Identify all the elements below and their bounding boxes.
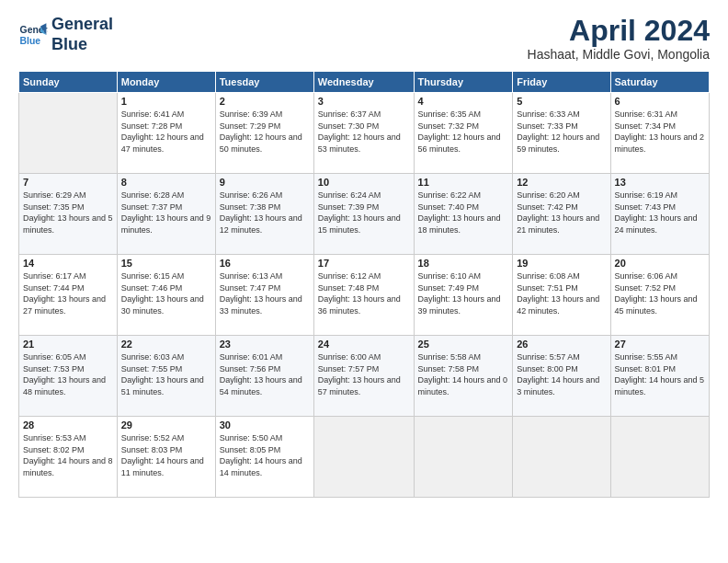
table-row: 8 Sunrise: 6:28 AMSunset: 7:37 PMDayligh… xyxy=(117,174,215,255)
title-area: April 2024 Hashaat, Middle Govi, Mongoli… xyxy=(528,15,710,62)
calendar-week-row: 21 Sunrise: 6:05 AMSunset: 7:53 PMDaylig… xyxy=(19,336,710,417)
col-thursday: Thursday xyxy=(414,72,513,93)
day-number: 27 xyxy=(615,339,705,350)
day-info: Sunrise: 5:57 AMSunset: 8:00 PMDaylight:… xyxy=(517,351,606,397)
day-number: 25 xyxy=(418,339,509,350)
table-row: 10 Sunrise: 6:24 AMSunset: 7:39 PMDaylig… xyxy=(313,174,414,255)
day-info: Sunrise: 6:19 AMSunset: 7:43 PMDaylight:… xyxy=(615,190,705,236)
day-info: Sunrise: 5:50 AMSunset: 8:05 PMDaylight:… xyxy=(220,432,310,478)
day-number: 30 xyxy=(220,419,310,431)
table-row: 27 Sunrise: 5:55 AMSunset: 8:01 PMDaylig… xyxy=(610,336,709,417)
col-sunday: Sunday xyxy=(19,72,118,93)
day-info: Sunrise: 6:37 AMSunset: 7:30 PMDaylight:… xyxy=(318,109,410,155)
calendar-week-row: 1 Sunrise: 6:41 AMSunset: 7:28 PMDayligh… xyxy=(19,93,710,174)
table-row: 23 Sunrise: 6:01 AMSunset: 7:56 PMDaylig… xyxy=(215,336,313,417)
header: General Blue General Blue April 2024 Has… xyxy=(18,15,710,62)
day-info: Sunrise: 6:01 AMSunset: 7:56 PMDaylight:… xyxy=(220,351,310,397)
day-number: 16 xyxy=(220,258,310,269)
calendar-week-row: 28 Sunrise: 5:53 AMSunset: 8:02 PMDaylig… xyxy=(19,417,710,498)
day-info: Sunrise: 6:33 AMSunset: 7:33 PMDaylight:… xyxy=(517,109,606,155)
table-row xyxy=(414,417,513,498)
day-info: Sunrise: 6:06 AMSunset: 7:52 PMDaylight:… xyxy=(615,270,705,316)
day-number: 1 xyxy=(121,96,211,107)
day-number: 12 xyxy=(517,177,606,188)
day-info: Sunrise: 5:52 AMSunset: 8:03 PMDaylight:… xyxy=(121,432,211,478)
day-number: 5 xyxy=(517,96,606,107)
table-row xyxy=(313,417,414,498)
day-number: 6 xyxy=(615,96,705,107)
day-number: 3 xyxy=(318,96,410,107)
day-info: Sunrise: 6:00 AMSunset: 7:57 PMDaylight:… xyxy=(318,351,410,397)
day-number: 13 xyxy=(615,177,705,188)
table-row: 16 Sunrise: 6:13 AMSunset: 7:47 PMDaylig… xyxy=(215,255,313,336)
day-info: Sunrise: 6:41 AMSunset: 7:28 PMDaylight:… xyxy=(121,109,211,155)
day-info: Sunrise: 6:26 AMSunset: 7:38 PMDaylight:… xyxy=(220,190,310,236)
table-row: 12 Sunrise: 6:20 AMSunset: 7:42 PMDaylig… xyxy=(513,174,610,255)
day-number: 9 xyxy=(220,177,310,188)
table-row: 7 Sunrise: 6:29 AMSunset: 7:35 PMDayligh… xyxy=(19,174,118,255)
logo: General Blue General Blue xyxy=(18,15,113,54)
page: General Blue General Blue April 2024 Has… xyxy=(0,0,728,563)
table-row: 20 Sunrise: 6:06 AMSunset: 7:52 PMDaylig… xyxy=(610,255,709,336)
day-number: 19 xyxy=(517,258,606,269)
table-row: 29 Sunrise: 5:52 AMSunset: 8:03 PMDaylig… xyxy=(117,417,215,498)
day-number: 24 xyxy=(318,339,410,350)
col-monday: Monday xyxy=(117,72,215,93)
table-row: 4 Sunrise: 6:35 AMSunset: 7:32 PMDayligh… xyxy=(414,93,513,174)
table-row: 21 Sunrise: 6:05 AMSunset: 7:53 PMDaylig… xyxy=(19,336,118,417)
table-row: 28 Sunrise: 5:53 AMSunset: 8:02 PMDaylig… xyxy=(19,417,118,498)
table-row: 24 Sunrise: 6:00 AMSunset: 7:57 PMDaylig… xyxy=(313,336,414,417)
day-info: Sunrise: 5:53 AMSunset: 8:02 PMDaylight:… xyxy=(23,432,113,478)
table-row: 11 Sunrise: 6:22 AMSunset: 7:40 PMDaylig… xyxy=(414,174,513,255)
table-row: 17 Sunrise: 6:12 AMSunset: 7:48 PMDaylig… xyxy=(313,255,414,336)
day-number: 14 xyxy=(23,258,113,269)
table-row: 6 Sunrise: 6:31 AMSunset: 7:34 PMDayligh… xyxy=(610,93,709,174)
col-saturday: Saturday xyxy=(610,72,709,93)
day-number: 18 xyxy=(418,258,509,269)
col-wednesday: Wednesday xyxy=(313,72,414,93)
table-row: 19 Sunrise: 6:08 AMSunset: 7:51 PMDaylig… xyxy=(513,255,610,336)
day-info: Sunrise: 6:17 AMSunset: 7:44 PMDaylight:… xyxy=(23,270,113,316)
table-row: 1 Sunrise: 6:41 AMSunset: 7:28 PMDayligh… xyxy=(117,93,215,174)
day-info: Sunrise: 6:12 AMSunset: 7:48 PMDaylight:… xyxy=(318,270,410,316)
day-info: Sunrise: 6:03 AMSunset: 7:55 PMDaylight:… xyxy=(121,351,211,397)
table-row: 15 Sunrise: 6:15 AMSunset: 7:46 PMDaylig… xyxy=(117,255,215,336)
table-row: 9 Sunrise: 6:26 AMSunset: 7:38 PMDayligh… xyxy=(215,174,313,255)
day-number: 10 xyxy=(318,177,410,188)
table-row xyxy=(610,417,709,498)
logo-icon: General Blue xyxy=(18,20,48,50)
logo-text: General Blue xyxy=(51,15,113,54)
day-info: Sunrise: 6:15 AMSunset: 7:46 PMDaylight:… xyxy=(121,270,211,316)
day-info: Sunrise: 6:10 AMSunset: 7:49 PMDaylight:… xyxy=(418,270,509,316)
day-number: 20 xyxy=(615,258,705,269)
day-number: 28 xyxy=(23,419,113,431)
day-info: Sunrise: 6:28 AMSunset: 7:37 PMDaylight:… xyxy=(121,190,211,236)
day-info: Sunrise: 6:29 AMSunset: 7:35 PMDaylight:… xyxy=(23,190,113,236)
day-number: 17 xyxy=(318,258,410,269)
day-info: Sunrise: 6:31 AMSunset: 7:34 PMDaylight:… xyxy=(615,109,705,155)
day-number: 21 xyxy=(23,339,113,350)
day-number: 11 xyxy=(418,177,509,188)
day-info: Sunrise: 6:20 AMSunset: 7:42 PMDaylight:… xyxy=(517,190,606,236)
table-row: 18 Sunrise: 6:10 AMSunset: 7:49 PMDaylig… xyxy=(414,255,513,336)
day-info: Sunrise: 6:35 AMSunset: 7:32 PMDaylight:… xyxy=(418,109,509,155)
table-row: 22 Sunrise: 6:03 AMSunset: 7:55 PMDaylig… xyxy=(117,336,215,417)
day-number: 22 xyxy=(121,339,211,350)
day-number: 15 xyxy=(121,258,211,269)
calendar-table: Sunday Monday Tuesday Wednesday Thursday… xyxy=(18,71,710,498)
col-friday: Friday xyxy=(513,72,610,93)
day-number: 23 xyxy=(220,339,310,350)
table-row: 14 Sunrise: 6:17 AMSunset: 7:44 PMDaylig… xyxy=(19,255,118,336)
col-tuesday: Tuesday xyxy=(215,72,313,93)
day-number: 26 xyxy=(517,339,606,350)
day-number: 29 xyxy=(121,419,211,431)
day-info: Sunrise: 6:08 AMSunset: 7:51 PMDaylight:… xyxy=(517,270,606,316)
day-number: 4 xyxy=(418,96,509,107)
day-info: Sunrise: 6:13 AMSunset: 7:47 PMDaylight:… xyxy=(220,270,310,316)
day-number: 8 xyxy=(121,177,211,188)
month-title: April 2024 xyxy=(528,15,710,47)
calendar-week-row: 14 Sunrise: 6:17 AMSunset: 7:44 PMDaylig… xyxy=(19,255,710,336)
day-number: 2 xyxy=(220,96,310,107)
day-info: Sunrise: 5:58 AMSunset: 7:58 PMDaylight:… xyxy=(418,351,509,397)
day-info: Sunrise: 5:55 AMSunset: 8:01 PMDaylight:… xyxy=(615,351,705,397)
